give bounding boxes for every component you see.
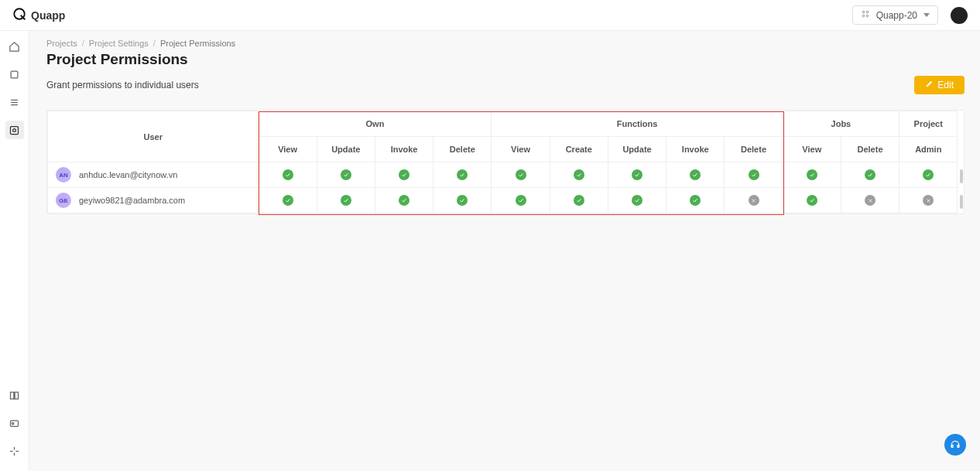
col-header: View: [259, 137, 317, 162]
user-email: geyiwo9821@adambra.com: [79, 196, 185, 205]
cross-icon: [865, 195, 875, 206]
check-icon: [574, 195, 584, 206]
col-header: Invoke: [375, 137, 433, 162]
user-avatar[interactable]: [951, 7, 968, 24]
perm-cell: [608, 162, 666, 188]
sidebar-item-integrations[interactable]: [5, 442, 24, 460]
perm-cell: [259, 188, 317, 213]
sidebar-item-list[interactable]: [5, 93, 24, 111]
sidebar-item-box[interactable]: [5, 65, 24, 84]
sidebar-item-docs[interactable]: [5, 386, 24, 404]
table-row: ANanhduc.levan@citynow.vn: [48, 162, 965, 188]
perm-cell: [492, 188, 550, 213]
perm-cell: [899, 188, 958, 213]
workspace-selector[interactable]: Quapp-20: [852, 5, 938, 25]
svg-point-1: [862, 11, 865, 13]
cross-icon: [923, 195, 934, 206]
col-header: Delete: [433, 137, 492, 162]
perm-cell: [317, 162, 375, 188]
topbar-right: Quapp-20: [852, 5, 968, 25]
check-icon: [632, 195, 642, 206]
perm-cell: [550, 162, 608, 188]
user-cell: ANanhduc.levan@citynow.vn: [48, 162, 259, 188]
breadcrumb: Projects / Project Settings / Project Pe…: [46, 39, 965, 48]
perm-cell: [666, 188, 725, 213]
check-icon: [807, 195, 817, 206]
svg-rect-5: [11, 71, 18, 78]
edit-icon: [925, 80, 934, 90]
table-row: GEgeyiwo9821@adambra.com: [48, 188, 965, 213]
brand-logo-icon: [12, 7, 26, 23]
check-icon: [457, 195, 468, 206]
chevron-down-icon: [923, 13, 930, 17]
perm-cell: [550, 188, 608, 213]
user-email: anhduc.levan@citynow.vn: [79, 170, 177, 179]
check-icon: [341, 169, 351, 180]
scroll-thumb[interactable]: [960, 169, 963, 183]
perm-cell: [841, 162, 899, 188]
perm-cell: [433, 162, 492, 188]
content: Projects / Project Settings / Project Pe…: [29, 31, 980, 471]
svg-rect-9: [11, 126, 19, 134]
perm-cell: [725, 188, 783, 213]
edit-button[interactable]: Edit: [914, 76, 965, 94]
check-icon: [399, 169, 409, 180]
breadcrumb-current: Project Permissions: [160, 39, 235, 48]
help-button[interactable]: [944, 434, 966, 456]
svg-point-3: [862, 15, 865, 17]
perm-cell: [492, 162, 550, 188]
check-icon: [341, 195, 351, 206]
user-avatar-badge: AN: [56, 167, 71, 183]
check-icon: [283, 169, 293, 180]
check-icon: [283, 195, 293, 206]
workspace-icon: [861, 9, 870, 21]
check-icon: [574, 169, 584, 180]
breadcrumb-link[interactable]: Projects: [46, 39, 77, 48]
sidebar: [0, 31, 29, 471]
sidebar-item-home[interactable]: [5, 37, 24, 56]
perm-cell: [783, 188, 841, 213]
col-group-header: Project: [899, 111, 958, 137]
check-icon: [865, 169, 875, 180]
edit-button-label: Edit: [937, 80, 954, 90]
check-icon: [690, 195, 701, 206]
col-group-header: Jobs: [783, 111, 899, 137]
perm-cell: [666, 162, 725, 188]
page-subtitle: Grant permissions to individual users: [46, 80, 199, 90]
sidebar-item-settings[interactable]: [5, 121, 24, 139]
breadcrumb-link[interactable]: Project Settings: [89, 39, 149, 48]
permissions-table: UserOwnFunctionsJobsProjectViewUpdateInv…: [46, 110, 965, 214]
topbar: Quapp Quapp-20: [0, 0, 980, 31]
perm-cell: [433, 188, 492, 213]
col-header: Delete: [841, 137, 899, 162]
check-icon: [399, 195, 409, 206]
perm-cell: [899, 162, 958, 188]
check-icon: [516, 195, 526, 206]
svg-point-10: [13, 128, 16, 131]
col-header: Update: [317, 137, 375, 162]
svg-point-4: [866, 15, 869, 17]
perm-cell: [317, 188, 375, 213]
col-group-header: Own: [259, 111, 492, 137]
svg-point-12: [12, 422, 14, 425]
check-icon: [690, 169, 701, 180]
workspace-label: Quapp-20: [876, 10, 917, 21]
check-icon: [923, 169, 934, 180]
col-header: Admin: [899, 137, 958, 162]
col-header-user: User: [48, 111, 259, 162]
col-header: Create: [550, 137, 608, 162]
perm-cell: [375, 188, 433, 213]
perm-cell: [259, 162, 317, 188]
col-group-header: Functions: [492, 111, 783, 137]
perm-cell: [608, 188, 666, 213]
sidebar-item-card[interactable]: [5, 414, 24, 432]
check-icon: [457, 169, 468, 180]
perm-cell: [841, 188, 899, 213]
scroll-thumb[interactable]: [960, 195, 963, 209]
brand-name: Quapp: [31, 9, 65, 22]
perm-cell: [783, 162, 841, 188]
check-icon: [516, 169, 526, 180]
perm-cell: [375, 162, 433, 188]
col-header: Delete: [725, 137, 783, 162]
svg-point-2: [866, 11, 869, 13]
